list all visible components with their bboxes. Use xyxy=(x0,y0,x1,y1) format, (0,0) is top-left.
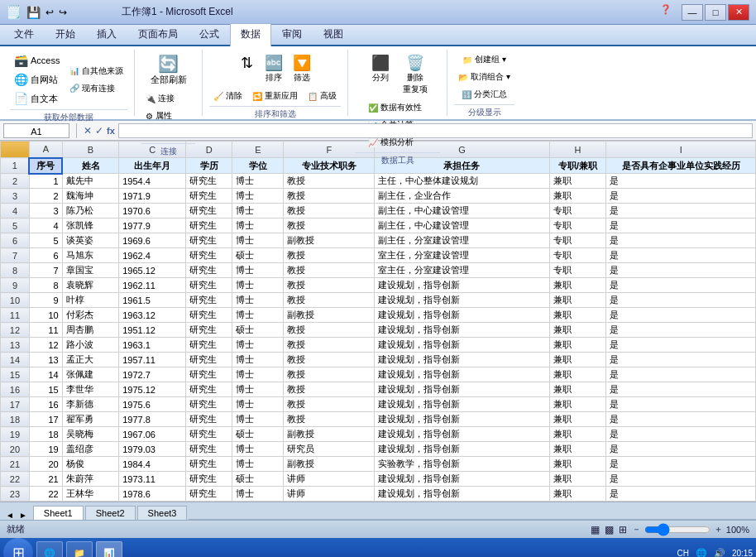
restore-btn[interactable]: □ xyxy=(705,4,726,21)
row-number-20[interactable]: 20 xyxy=(1,442,30,457)
cell-r4-c2[interactable]: 1970.6 xyxy=(119,204,186,218)
cell-r11-c0[interactable]: 10 xyxy=(29,308,62,323)
cell-r19-c5[interactable]: 副教授 xyxy=(284,427,375,442)
cell-r23-c7[interactable]: 兼职 xyxy=(549,487,606,502)
cell-r23-c2[interactable]: 1978.6 xyxy=(119,487,186,502)
header-cell-8[interactable]: 是否具有企事业单位实践经历 xyxy=(606,158,756,174)
cell-r19-c8[interactable]: 是 xyxy=(606,427,756,442)
cell-r10-c3[interactable]: 研究生 xyxy=(186,293,232,308)
header-cell-0[interactable]: 序号 xyxy=(29,158,62,174)
cell-r21-c3[interactable]: 研究生 xyxy=(186,457,232,472)
cell-r3-c7[interactable]: 兼职 xyxy=(549,189,606,204)
table-row[interactable]: 76马旭东1962.4研究生硕士教授室主任，分室建设管理专职是 xyxy=(1,248,756,263)
taskbar-ie[interactable]: 🌐 xyxy=(36,541,63,557)
table-row[interactable]: 1110付彩杰1963.12研究生博士副教授建设规划，指导创新兼职是 xyxy=(1,308,756,323)
header-cell-1[interactable]: 姓名 xyxy=(62,158,119,174)
cell-r7-c2[interactable]: 1962.4 xyxy=(119,248,186,263)
cell-r9-c5[interactable]: 教授 xyxy=(284,278,375,293)
tab-formula[interactable]: 公式 xyxy=(189,23,230,45)
cell-r15-c6[interactable]: 建设规划，指导创新 xyxy=(375,367,550,382)
btn-properties[interactable]: ⚙ 属性 xyxy=(141,108,195,124)
table-row[interactable]: 43陈乃松1970.6研究生博士教授副主任，中心建设管理专职是 xyxy=(1,204,756,218)
cell-r20-c4[interactable]: 博士 xyxy=(232,442,284,457)
formula-input[interactable] xyxy=(118,123,753,138)
cell-r13-c7[interactable]: 兼职 xyxy=(549,338,606,353)
tab-insert[interactable]: 插入 xyxy=(86,23,127,45)
view-layout-icon[interactable]: ▩ xyxy=(605,524,614,535)
cell-r14-c6[interactable]: 建设规划，指导创新 xyxy=(375,353,550,367)
btn-web[interactable]: 🌐 自网站 xyxy=(10,70,64,89)
tab-view[interactable]: 视图 xyxy=(313,23,354,45)
cell-r9-c0[interactable]: 8 xyxy=(29,278,62,293)
cell-r18-c4[interactable]: 博士 xyxy=(232,412,284,427)
cell-r3-c4[interactable]: 博士 xyxy=(232,189,284,204)
cell-r4-c0[interactable]: 3 xyxy=(29,204,62,218)
cell-r21-c1[interactable]: 杨俊 xyxy=(62,457,119,472)
col-header-e[interactable]: E xyxy=(232,142,284,158)
cell-r15-c2[interactable]: 1972.7 xyxy=(119,367,186,382)
cell-r12-c3[interactable]: 研究生 xyxy=(186,323,232,338)
cell-r19-c1[interactable]: 吴晓梅 xyxy=(62,427,119,442)
cell-r13-c1[interactable]: 路小波 xyxy=(62,338,119,353)
cell-r14-c4[interactable]: 博士 xyxy=(232,353,284,367)
view-break-icon[interactable]: ⊞ xyxy=(619,524,627,535)
cell-r8-c0[interactable]: 7 xyxy=(29,263,62,278)
cell-r5-c1[interactable]: 张凯锋 xyxy=(62,218,119,233)
cell-r2-c7[interactable]: 兼职 xyxy=(549,174,606,189)
cell-r10-c4[interactable]: 博士 xyxy=(232,293,284,308)
cell-r3-c1[interactable]: 魏海坤 xyxy=(62,189,119,204)
cell-r8-c6[interactable]: 室主任，分室建设管理 xyxy=(375,263,550,278)
btn-validation[interactable]: ✅ 数据有效性 xyxy=(364,99,432,116)
cell-r4-c1[interactable]: 陈乃松 xyxy=(62,204,119,218)
cell-r17-c6[interactable]: 建设规划，指导创新 xyxy=(375,397,550,412)
cell-r13-c3[interactable]: 研究生 xyxy=(186,338,232,353)
cell-r10-c0[interactable]: 9 xyxy=(29,293,62,308)
cell-r6-c7[interactable]: 专职 xyxy=(549,233,606,248)
row-number-11[interactable]: 11 xyxy=(1,308,30,323)
btn-sort-az[interactable]: ⇅ xyxy=(236,51,259,86)
cell-r8-c4[interactable]: 博士 xyxy=(232,263,284,278)
cell-r18-c2[interactable]: 1977.8 xyxy=(119,412,186,427)
btn-connections[interactable]: 🔌 连接 xyxy=(141,90,195,107)
cell-r4-c6[interactable]: 副主任，中心建设管理 xyxy=(375,204,550,218)
cell-r7-c0[interactable]: 6 xyxy=(29,248,62,263)
cell-r8-c8[interactable]: 是 xyxy=(606,263,756,278)
cell-r5-c4[interactable]: 博士 xyxy=(232,218,284,233)
cell-r17-c5[interactable]: 教授 xyxy=(284,397,375,412)
btn-advanced[interactable]: 📋 高级 xyxy=(304,88,341,104)
btn-ungroup[interactable]: 📂 取消组合 ▾ xyxy=(454,69,514,85)
cell-r23-c1[interactable]: 王林华 xyxy=(62,487,119,502)
cell-r4-c4[interactable]: 博士 xyxy=(232,204,284,218)
cell-r17-c1[interactable]: 李新德 xyxy=(62,397,119,412)
cell-r7-c5[interactable]: 教授 xyxy=(284,248,375,263)
btn-group[interactable]: 📁 创建组 ▾ xyxy=(458,51,510,68)
header-cell-7[interactable]: 专职/兼职 xyxy=(549,158,606,174)
cell-r9-c6[interactable]: 建设规划，指导创新 xyxy=(375,278,550,293)
cell-r3-c2[interactable]: 1971.9 xyxy=(119,189,186,204)
cell-r10-c8[interactable]: 是 xyxy=(606,293,756,308)
cell-r23-c8[interactable]: 是 xyxy=(606,487,756,502)
cell-r2-c5[interactable]: 教授 xyxy=(284,174,375,189)
cell-r16-c0[interactable]: 15 xyxy=(29,382,62,397)
tab-data[interactable]: 数据 xyxy=(230,23,271,46)
row-number-8[interactable]: 8 xyxy=(1,263,30,278)
cell-r9-c7[interactable]: 兼职 xyxy=(549,278,606,293)
row-number-3[interactable]: 3 xyxy=(1,189,30,204)
cell-r6-c1[interactable]: 谈英姿 xyxy=(62,233,119,248)
btn-remove-dup[interactable]: 🗑️ 删除 重复项 xyxy=(399,51,432,98)
cell-r12-c8[interactable]: 是 xyxy=(606,323,756,338)
cell-r14-c0[interactable]: 13 xyxy=(29,353,62,367)
table-row[interactable]: 2322王林华1978.6研究生博士讲师建设规划，指导创新兼职是 xyxy=(1,487,756,502)
cell-r9-c8[interactable]: 是 xyxy=(606,278,756,293)
cell-r10-c7[interactable]: 兼职 xyxy=(549,293,606,308)
cell-r14-c2[interactable]: 1957.11 xyxy=(119,353,186,367)
cell-r8-c7[interactable]: 专职 xyxy=(549,263,606,278)
cell-r20-c6[interactable]: 建设规划，指导创新 xyxy=(375,442,550,457)
cell-r11-c1[interactable]: 付彩杰 xyxy=(62,308,119,323)
cell-r10-c6[interactable]: 建设规划，指导创新 xyxy=(375,293,550,308)
cell-r20-c1[interactable]: 盖绍彦 xyxy=(62,442,119,457)
cell-r12-c1[interactable]: 周杏鹏 xyxy=(62,323,119,338)
table-row[interactable]: 1312路小波1963.1研究生博士教授建设规划，指导创新兼职是 xyxy=(1,338,756,353)
table-row[interactable]: 1413孟正大1957.11研究生博士教授建设规划，指导创新兼职是 xyxy=(1,353,756,367)
cell-r19-c6[interactable]: 建设规划，指导创新 xyxy=(375,427,550,442)
